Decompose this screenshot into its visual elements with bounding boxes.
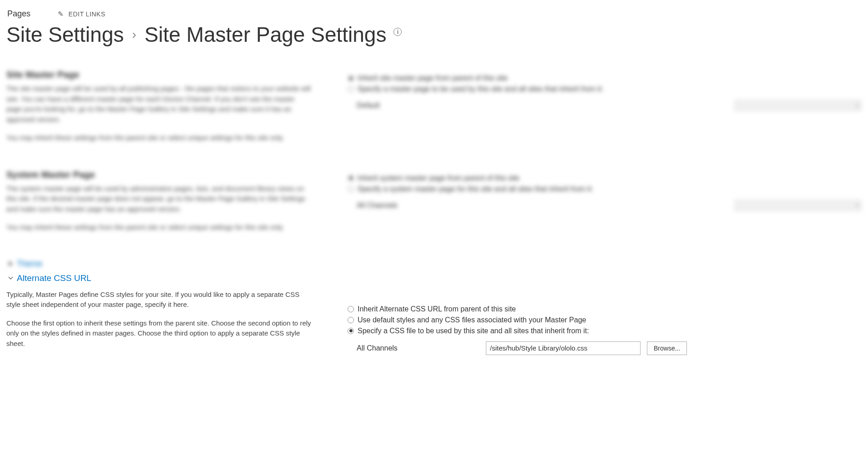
site-master-inherit-radio[interactable]: Inherit site master page from parent of … <box>348 74 862 82</box>
radio-label: Inherit site master page from parent of … <box>358 74 508 82</box>
radio-icon <box>348 175 354 181</box>
radio-label: Inherit system master page from parent o… <box>358 174 520 182</box>
pencil-icon: ✎ <box>58 10 64 18</box>
system-master-channel-label: All Channels <box>357 201 398 210</box>
theme-collapsible[interactable]: Theme <box>9 259 862 269</box>
radio-icon <box>348 75 354 81</box>
system-master-page-section: System Master Page The system master pag… <box>6 170 862 241</box>
alt-css-specify-radio[interactable]: Specify a CSS file to be used by this si… <box>348 327 862 335</box>
page-title: Site Settings › Site Master Page Setting… <box>6 22 862 47</box>
radio-label: Specify a CSS file to be used by this si… <box>358 327 589 335</box>
system-master-heading: System Master Page <box>6 170 311 180</box>
radio-icon <box>348 328 354 334</box>
site-master-desc2: You may inherit these settings from the … <box>6 133 311 143</box>
alt-css-channel-label: All Channels <box>357 344 479 352</box>
radio-icon <box>348 306 354 312</box>
triangle-down-icon <box>9 275 13 280</box>
radio-label: Inherit Alternate CSS URL from parent of… <box>358 305 516 313</box>
system-master-dropdown[interactable]: ▾ <box>734 200 862 211</box>
site-master-channel-label: Default <box>357 101 380 110</box>
radio-label: Specify a master page to be used by this… <box>358 85 603 93</box>
edit-links-label: EDIT LINKS <box>69 10 106 18</box>
browse-button[interactable]: Browse... <box>647 341 687 355</box>
chevron-right-icon: › <box>132 27 136 42</box>
alt-css-path-input[interactable] <box>486 341 641 355</box>
alternate-css-collapsible[interactable]: Alternate CSS URL <box>9 273 862 283</box>
alt-css-inherit-radio[interactable]: Inherit Alternate CSS URL from parent of… <box>348 305 862 313</box>
edit-links-button[interactable]: ✎ EDIT LINKS <box>58 10 106 18</box>
triangle-right-icon <box>9 261 12 266</box>
radio-label: Use default styles and any CSS files ass… <box>358 316 586 324</box>
system-master-desc2: You may inherit these settings from the … <box>6 222 311 233</box>
site-master-dropdown[interactable]: ▾ <box>734 100 862 111</box>
site-master-desc1: The site master page will be used by all… <box>6 84 311 125</box>
radio-icon <box>348 186 354 192</box>
site-master-heading: Site Master Page <box>6 70 311 80</box>
breadcrumb-current: Site Master Page Settings <box>145 22 387 47</box>
system-master-inherit-radio[interactable]: Inherit system master page from parent o… <box>348 174 862 182</box>
radio-icon <box>348 86 354 92</box>
pages-link[interactable]: Pages <box>7 9 30 19</box>
system-master-desc1: The system master page will be used by a… <box>6 184 311 215</box>
site-master-specify-radio[interactable]: Specify a master page to be used by this… <box>348 85 862 93</box>
site-master-page-section: Site Master Page The site master page wi… <box>6 70 862 151</box>
alt-css-desc2: Choose the first option to inherit these… <box>6 318 311 349</box>
radio-label: Specify a system master page for this si… <box>358 185 593 193</box>
alternate-css-heading: Alternate CSS URL <box>17 273 91 283</box>
system-master-specify-radio[interactable]: Specify a system master page for this si… <box>348 185 862 193</box>
alt-css-desc1: Typically, Master Pages define CSS style… <box>6 290 311 310</box>
theme-link-label: Theme <box>17 259 42 269</box>
radio-icon <box>348 317 354 323</box>
breadcrumb-root[interactable]: Site Settings <box>6 22 124 47</box>
info-icon[interactable]: i <box>394 28 402 36</box>
alternate-css-section: Typically, Master Pages define CSS style… <box>6 290 862 357</box>
alt-css-default-radio[interactable]: Use default styles and any CSS files ass… <box>348 316 862 324</box>
